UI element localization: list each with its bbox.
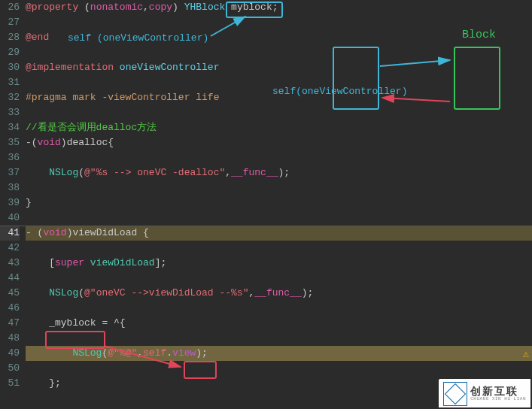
line-number: 49 [0,346,20,361]
code-line[interactable] [26,75,532,90]
code-token: @property [26,2,78,13]
code-line[interactable]: NSLog(@"%@",self.view); [26,346,532,361]
line-number: 43 [0,256,20,271]
line-number: 32 [0,90,20,105]
line-number: 42 [0,241,20,256]
code-token: [ [26,257,55,268]
code-token: copy [149,2,172,13]
watermark: 创新互联 CHUANG XIN HU LIAN [439,379,530,407]
code-token [114,62,120,73]
line-number: 27 [0,15,20,30]
code-line[interactable]: @end [26,30,532,45]
code-token: viewDidLoad [90,257,155,268]
line-number: 46 [0,301,20,316]
line-number: 50 [0,361,20,376]
code-line[interactable] [26,361,532,376]
watermark-text-small: CHUANG XIN HU LIAN [470,397,526,401]
code-token: _myblock = ^{ [26,317,126,329]
line-number: 51 [0,376,20,391]
code-token: NSLog [26,167,78,178]
line-number: 39 [0,195,20,211]
code-line[interactable] [26,180,532,195]
watermark-text-big: 创新互联 [470,386,526,397]
code-token: . [166,347,172,359]
code-token: } [26,197,32,208]
code-line[interactable]: -(void)dealloc{ [26,135,532,150]
code-line[interactable] [26,15,532,30]
line-number: 33 [0,105,20,120]
code-token: #pragma mark -viewController life [26,92,219,103]
code-token: oneViewController [120,62,220,73]
line-number: 47 [0,316,20,331]
code-token: void [38,137,61,148]
code-token: YHBlock [184,2,226,13]
code-token: @"oneVC -->viewDidLoad --%s" [84,287,248,298]
code-line[interactable]: NSLog(@"%s --> oneVC -dealloc",__func__)… [26,165,532,180]
code-token: nonatomic [90,2,143,13]
code-token: view [172,347,196,359]
code-token: ) [172,2,184,13]
code-line[interactable]: @property (nonatomic,copy) YHBlock myblo… [26,0,532,15]
code-token: , [137,347,143,359]
code-line[interactable]: } [26,195,532,211]
code-token: __func__ [254,287,301,298]
code-token: }; [26,377,61,389]
code-token: NSLog [26,287,78,298]
code-token: )dealloc{ [61,137,114,148]
code-area[interactable]: @property (nonatomic,copy) YHBlock myblo… [26,0,532,391]
code-line[interactable] [26,150,532,165]
code-line[interactable] [26,45,532,60]
code-token: ); [278,167,290,178]
code-token [84,257,90,268]
code-line[interactable]: [super viewDidLoad]; [26,256,532,271]
code-token: ); [302,287,314,298]
line-number: 34 [0,120,20,135]
code-token: @"%s --> oneVC -dealloc" [84,167,225,178]
line-number-gutter: 2627282930313233343536373839404142434445… [0,0,26,391]
code-token: void [43,227,66,238]
line-number: 36 [0,150,20,165]
line-number: 44 [0,271,20,286]
code-token: ); [196,347,208,359]
code-token: ( [78,2,90,13]
line-number: 30 [0,60,20,75]
line-number: 31 [0,75,20,90]
code-line[interactable] [26,301,532,316]
divider-line [0,226,532,226]
line-number: 38 [0,180,20,195]
code-token: @"%@" [108,347,137,359]
code-editor[interactable]: 2627282930313233343536373839404142434445… [0,0,532,391]
code-token: @end [26,32,49,43]
code-line[interactable] [26,105,532,120]
code-line[interactable] [26,331,532,346]
code-token: myblock; [225,2,278,13]
code-token: , [143,2,149,13]
code-token: self [143,347,166,359]
line-number: 26 [0,0,20,15]
line-number: 28 [0,30,20,45]
code-token: NSLog [26,347,102,359]
code-line[interactable]: #pragma mark -viewController life [26,90,532,105]
warning-icon: ⚠ [523,347,529,360]
code-line[interactable] [26,241,532,256]
code-line[interactable]: //看是否会调用dealloc方法 [26,120,532,135]
code-line[interactable]: - (void)viewDidLoad { [26,226,532,241]
code-token: , [225,167,231,178]
code-line[interactable] [26,271,532,286]
line-number: 35 [0,135,20,150]
line-number: 29 [0,45,20,60]
code-line[interactable]: NSLog(@"oneVC -->viewDidLoad --%s",__fun… [26,286,532,301]
code-token: __func__ [231,167,278,178]
code-token: - ( [26,227,43,238]
code-line[interactable]: _myblock = ^{ [26,316,532,331]
code-token: //看是否会调用dealloc方法 [26,122,157,133]
line-number: 40 [0,211,20,226]
code-token: )viewDidLoad { [67,227,149,238]
code-token: ]; [155,257,167,268]
code-token: super [55,257,84,268]
line-number: 45 [0,286,20,301]
line-number: 37 [0,165,20,180]
code-token: ( [78,167,84,178]
code-line[interactable]: @implementation oneViewController [26,60,532,75]
code-line[interactable] [26,211,532,226]
